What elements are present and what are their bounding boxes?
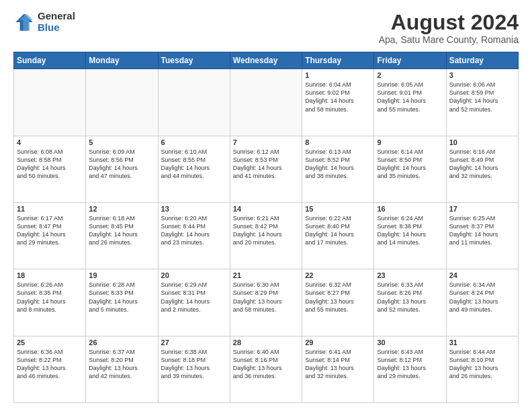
subtitle: Apa, Satu Mare County, Romania (379, 34, 519, 45)
table-cell: 1Sunrise: 6:04 AM Sunset: 9:02 PM Daylig… (302, 69, 374, 136)
day-number: 9 (377, 138, 443, 146)
logo-general-text: General (38, 11, 75, 22)
day-number: 28 (233, 338, 299, 347)
day-info: Sunrise: 6:37 AM Sunset: 8:20 PM Dayligh… (89, 348, 154, 381)
table-cell: 21Sunrise: 6:30 AM Sunset: 8:29 PM Dayli… (230, 269, 302, 336)
col-saturday: Saturday (446, 52, 518, 69)
table-cell (158, 69, 230, 136)
table-cell: 11Sunrise: 6:17 AM Sunset: 8:47 PM Dayli… (14, 202, 86, 269)
table-cell: 15Sunrise: 6:22 AM Sunset: 8:40 PM Dayli… (302, 202, 374, 269)
table-cell: 23Sunrise: 6:33 AM Sunset: 8:26 PM Dayli… (374, 269, 446, 336)
header: General Blue August 2024 Apa, Satu Mare … (13, 11, 519, 45)
day-info: Sunrise: 6:26 AM Sunset: 8:35 PM Dayligh… (17, 281, 83, 314)
day-info: Sunrise: 6:16 AM Sunset: 8:49 PM Dayligh… (449, 148, 515, 181)
day-number: 27 (161, 338, 227, 347)
day-number: 25 (17, 338, 83, 347)
day-info: Sunrise: 6:18 AM Sunset: 8:45 PM Dayligh… (89, 214, 154, 247)
table-cell: 27Sunrise: 6:38 AM Sunset: 8:18 PM Dayli… (158, 336, 230, 402)
week-row-4: 18Sunrise: 6:26 AM Sunset: 8:35 PM Dayli… (14, 269, 519, 336)
day-number: 16 (377, 205, 443, 213)
table-cell: 17Sunrise: 6:25 AM Sunset: 8:37 PM Dayli… (446, 202, 518, 269)
day-info: Sunrise: 6:17 AM Sunset: 8:47 PM Dayligh… (17, 214, 83, 247)
day-number: 5 (89, 138, 154, 146)
table-cell: 28Sunrise: 6:40 AM Sunset: 8:16 PM Dayli… (230, 336, 302, 402)
day-info: Sunrise: 6:21 AM Sunset: 8:42 PM Dayligh… (233, 214, 299, 247)
table-cell: 9Sunrise: 6:14 AM Sunset: 8:50 PM Daylig… (374, 136, 446, 202)
table-cell: 6Sunrise: 6:10 AM Sunset: 8:55 PM Daylig… (158, 136, 230, 202)
col-tuesday: Tuesday (158, 52, 230, 69)
calendar-header-row: Sunday Monday Tuesday Wednesday Thursday… (14, 52, 519, 69)
day-info: Sunrise: 6:43 AM Sunset: 8:12 PM Dayligh… (377, 348, 443, 381)
table-cell (86, 69, 158, 136)
day-number: 15 (305, 205, 371, 213)
day-number: 18 (17, 271, 83, 279)
table-cell: 20Sunrise: 6:29 AM Sunset: 8:31 PM Dayli… (158, 269, 230, 336)
table-cell: 24Sunrise: 6:34 AM Sunset: 8:24 PM Dayli… (446, 269, 518, 336)
day-info: Sunrise: 6:44 AM Sunset: 8:10 PM Dayligh… (449, 348, 515, 381)
table-cell: 29Sunrise: 6:41 AM Sunset: 8:14 PM Dayli… (302, 336, 374, 402)
day-info: Sunrise: 6:36 AM Sunset: 8:22 PM Dayligh… (17, 348, 83, 381)
day-number: 17 (449, 205, 515, 213)
day-info: Sunrise: 6:06 AM Sunset: 8:59 PM Dayligh… (449, 81, 515, 113)
col-monday: Monday (86, 52, 158, 69)
day-info: Sunrise: 6:12 AM Sunset: 8:53 PM Dayligh… (233, 148, 299, 181)
table-cell: 2Sunrise: 6:05 AM Sunset: 9:01 PM Daylig… (374, 69, 446, 136)
day-number: 19 (89, 271, 154, 279)
day-info: Sunrise: 6:10 AM Sunset: 8:55 PM Dayligh… (161, 148, 227, 181)
logo: General Blue (13, 11, 75, 33)
table-cell: 25Sunrise: 6:36 AM Sunset: 8:22 PM Dayli… (14, 336, 86, 402)
day-number: 20 (161, 271, 227, 279)
table-cell (230, 69, 302, 136)
day-number: 26 (89, 338, 154, 347)
col-wednesday: Wednesday (230, 52, 302, 69)
table-cell: 12Sunrise: 6:18 AM Sunset: 8:45 PM Dayli… (86, 202, 158, 269)
day-info: Sunrise: 6:09 AM Sunset: 8:56 PM Dayligh… (89, 148, 154, 181)
table-cell: 13Sunrise: 6:20 AM Sunset: 8:44 PM Dayli… (158, 202, 230, 269)
table-cell: 3Sunrise: 6:06 AM Sunset: 8:59 PM Daylig… (446, 69, 518, 136)
day-number: 11 (17, 205, 83, 213)
main-title: August 2024 (379, 11, 519, 34)
day-number: 12 (89, 205, 154, 213)
table-cell: 4Sunrise: 6:08 AM Sunset: 8:58 PM Daylig… (14, 136, 86, 202)
day-info: Sunrise: 6:30 AM Sunset: 8:29 PM Dayligh… (233, 281, 299, 314)
day-number: 8 (305, 138, 371, 146)
table-cell: 30Sunrise: 6:43 AM Sunset: 8:12 PM Dayli… (374, 336, 446, 402)
logo-blue-text: Blue (38, 22, 75, 34)
col-thursday: Thursday (302, 52, 374, 69)
day-number: 22 (305, 271, 371, 279)
day-number: 2 (377, 71, 443, 79)
day-number: 21 (233, 271, 299, 279)
day-info: Sunrise: 6:28 AM Sunset: 8:33 PM Dayligh… (89, 281, 154, 314)
day-info: Sunrise: 6:32 AM Sunset: 8:27 PM Dayligh… (305, 281, 371, 314)
table-cell: 10Sunrise: 6:16 AM Sunset: 8:49 PM Dayli… (446, 136, 518, 202)
table-cell: 22Sunrise: 6:32 AM Sunset: 8:27 PM Dayli… (302, 269, 374, 336)
day-info: Sunrise: 6:14 AM Sunset: 8:50 PM Dayligh… (377, 148, 443, 181)
calendar-table: Sunday Monday Tuesday Wednesday Thursday… (13, 52, 519, 403)
table-cell: 5Sunrise: 6:09 AM Sunset: 8:56 PM Daylig… (86, 136, 158, 202)
day-number: 29 (305, 338, 371, 347)
day-info: Sunrise: 6:22 AM Sunset: 8:40 PM Dayligh… (305, 214, 371, 247)
week-row-2: 4Sunrise: 6:08 AM Sunset: 8:58 PM Daylig… (14, 136, 519, 202)
day-number: 31 (449, 338, 515, 347)
week-row-3: 11Sunrise: 6:17 AM Sunset: 8:47 PM Dayli… (14, 202, 519, 269)
day-info: Sunrise: 6:34 AM Sunset: 8:24 PM Dayligh… (449, 281, 515, 314)
week-row-5: 25Sunrise: 6:36 AM Sunset: 8:22 PM Dayli… (14, 336, 519, 402)
table-cell: 14Sunrise: 6:21 AM Sunset: 8:42 PM Dayli… (230, 202, 302, 269)
page: General Blue August 2024 Apa, Satu Mare … (0, 0, 532, 411)
col-sunday: Sunday (14, 52, 86, 69)
day-number: 7 (233, 138, 299, 146)
day-number: 10 (449, 138, 515, 146)
day-info: Sunrise: 6:04 AM Sunset: 9:02 PM Dayligh… (305, 81, 371, 113)
col-friday: Friday (374, 52, 446, 69)
day-number: 30 (377, 338, 443, 347)
table-cell (14, 69, 86, 136)
day-info: Sunrise: 6:13 AM Sunset: 8:52 PM Dayligh… (305, 148, 371, 181)
day-info: Sunrise: 6:33 AM Sunset: 8:26 PM Dayligh… (377, 281, 443, 314)
table-cell: 26Sunrise: 6:37 AM Sunset: 8:20 PM Dayli… (86, 336, 158, 402)
day-info: Sunrise: 6:24 AM Sunset: 8:38 PM Dayligh… (377, 214, 443, 247)
day-number: 23 (377, 271, 443, 279)
day-info: Sunrise: 6:05 AM Sunset: 9:01 PM Dayligh… (377, 81, 443, 113)
day-number: 24 (449, 271, 515, 279)
day-info: Sunrise: 6:38 AM Sunset: 8:18 PM Dayligh… (161, 348, 227, 381)
day-info: Sunrise: 6:29 AM Sunset: 8:31 PM Dayligh… (161, 281, 227, 314)
